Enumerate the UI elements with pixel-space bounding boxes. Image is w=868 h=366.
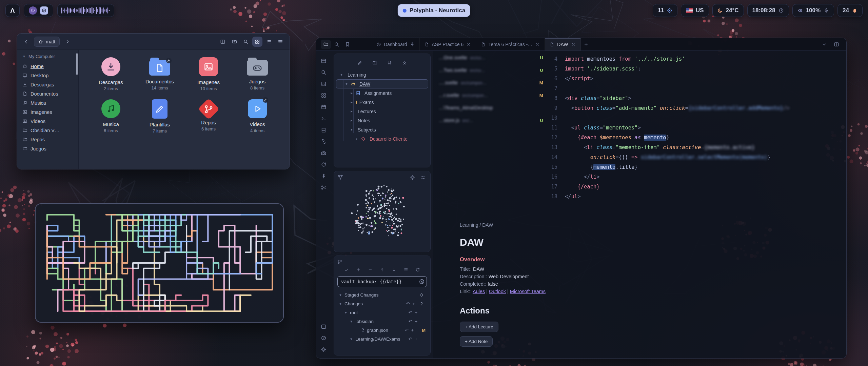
git-tree-row[interactable]: graph.json ↶ + M xyxy=(337,326,428,334)
file-tree-row[interactable]: ▸ Notes xyxy=(336,116,428,125)
forward-button[interactable] xyxy=(62,37,73,47)
changed-file-row[interactable]: …\Teams_Alma\Desktop xyxy=(439,105,543,110)
action-button[interactable]: + Add Note xyxy=(460,336,493,347)
canvas-icon[interactable] xyxy=(319,91,328,100)
code-editor[interactable]: 4import mementoes from '../../store.js'5… xyxy=(547,51,846,214)
weather-widget[interactable]: 24°C xyxy=(712,4,744,17)
note-link[interactable]: Microsoft Teams xyxy=(510,289,546,294)
clock-widget[interactable]: 18:08:28 xyxy=(747,4,789,17)
stage-icon[interactable]: + xyxy=(415,319,417,324)
changed-file-row[interactable]: …store.js src/… U xyxy=(439,118,543,123)
scissors-icon[interactable] xyxy=(319,183,328,192)
new-tab-button[interactable] xyxy=(581,38,592,50)
close-icon[interactable] xyxy=(535,42,540,47)
sidebar-item[interactable]: Imagenes xyxy=(19,107,76,117)
note-link[interactable]: Aules xyxy=(473,289,485,294)
graph-canvas[interactable] xyxy=(334,171,430,252)
push-icon[interactable] xyxy=(378,266,386,273)
graph-view-panel[interactable] xyxy=(334,171,431,252)
commit-icon[interactable] xyxy=(343,266,350,273)
note-link[interactable]: Outlook xyxy=(489,289,506,294)
action-button[interactable]: + Add Lecture xyxy=(460,322,498,332)
tab-daw[interactable]: DAW xyxy=(545,38,580,50)
new-note-icon[interactable] xyxy=(356,59,364,67)
discard-icon[interactable]: ↶ xyxy=(409,337,412,342)
discard-icon[interactable]: ↶ xyxy=(409,310,412,315)
sidebar-item[interactable]: Juegos xyxy=(19,144,76,153)
file-tree-row[interactable]: ▾ Learning xyxy=(336,70,428,79)
file-tree-row[interactable]: ▸ Lectures xyxy=(336,107,428,116)
tab-tema-6[interactable]: Tema 6 Prácticas -… xyxy=(476,38,545,50)
stage-icon[interactable]: + xyxy=(415,337,417,342)
sidebar-item[interactable]: Videos xyxy=(19,117,76,126)
daily-notes-icon[interactable] xyxy=(319,125,328,135)
settings-icon[interactable] xyxy=(319,345,328,354)
stage-icon[interactable]: + xyxy=(411,328,414,333)
vault-switcher-icon[interactable] xyxy=(319,322,328,331)
file-tree-row[interactable]: ▾ DAW xyxy=(336,79,428,88)
tab-list-icon[interactable] xyxy=(820,40,829,49)
terminal-icon[interactable] xyxy=(319,114,328,123)
changed-file-row[interactable]: ….svelte src/compon… M xyxy=(439,80,543,85)
sidebar-item[interactable]: Repos xyxy=(19,135,76,144)
volume-widget[interactable]: 100% xyxy=(792,4,834,17)
file-manager-titlebar[interactable]: matt xyxy=(17,34,290,50)
file-tree-row[interactable]: ▾ Subjects xyxy=(336,125,428,134)
changed-file-row[interactable]: …One.svelte src/co… U xyxy=(439,55,543,60)
file-tree-row[interactable]: ▸ ! Exams xyxy=(336,98,428,107)
discard-icon[interactable]: ↶ xyxy=(406,301,410,306)
folder-tile[interactable]: Documentos 14 items xyxy=(136,57,183,91)
folder-tile[interactable]: Plantillas 7 items xyxy=(136,99,183,134)
launcher-button[interactable]: Λ xyxy=(5,4,20,17)
changed-file-row[interactable]: …Two.svelte src/co… U xyxy=(439,67,543,73)
pin-icon[interactable] xyxy=(410,42,415,47)
notifications-widget[interactable]: 24 xyxy=(837,4,863,17)
split-icon[interactable] xyxy=(832,40,841,49)
stage-icon[interactable]: + xyxy=(412,301,415,306)
sidebar-section-header[interactable]: ▾ My Computer xyxy=(19,53,76,62)
sort-icon[interactable] xyxy=(386,59,394,67)
clear-commit-icon[interactable] xyxy=(419,279,425,285)
sidebar-item[interactable]: Documentos xyxy=(19,89,76,98)
close-icon[interactable] xyxy=(466,42,471,47)
search-tab-icon[interactable] xyxy=(332,40,342,49)
folder-tile[interactable]: Juegos 8 items xyxy=(234,57,281,91)
sidebar-item[interactable]: Musica xyxy=(19,98,76,107)
now-playing-widget[interactable]: Polyphia - Neurotica xyxy=(398,4,470,17)
scrollbar[interactable] xyxy=(76,53,78,75)
discard-icon[interactable]: ↶ xyxy=(409,319,412,324)
help-icon[interactable] xyxy=(319,333,328,343)
file-tree-row[interactable]: ▸ Desarrollo-Cliente xyxy=(336,134,428,143)
git-tree-row[interactable]: ▾ root ↶ + xyxy=(337,308,428,317)
keyboard-layout-widget[interactable]: US xyxy=(681,4,709,17)
note-link[interactable]: | xyxy=(485,289,489,294)
git-tree-row[interactable]: ▾ Changes ↶ + 2 xyxy=(337,299,428,308)
bookmarks-tab-icon[interactable] xyxy=(342,40,353,49)
breadcrumb[interactable]: matt xyxy=(34,37,60,47)
calendar-icon[interactable] xyxy=(319,102,328,111)
unstage-icon[interactable]: − xyxy=(415,292,418,298)
donate-icon[interactable] xyxy=(319,171,328,181)
sidebar-item[interactable]: Descargas xyxy=(19,80,76,89)
git-tree-row[interactable]: ▾ Learning/DAW/Exams ↶ + xyxy=(337,334,428,343)
search-icon[interactable] xyxy=(319,68,328,77)
sync-icon[interactable] xyxy=(319,160,328,169)
graph-filter-icon[interactable] xyxy=(418,173,428,182)
note-breadcrumb[interactable]: Learning / DAW xyxy=(460,222,833,228)
changed-files-icon[interactable] xyxy=(402,266,410,273)
pull-icon[interactable] xyxy=(390,266,398,273)
file-tree-row[interactable]: ▸ Assignments xyxy=(336,88,428,98)
power-icon[interactable] xyxy=(29,6,37,15)
refresh-icon[interactable] xyxy=(414,266,421,273)
sidebar-item[interactable]: Desktop xyxy=(19,71,76,80)
sidebar-item[interactable]: Home xyxy=(19,62,76,71)
unstage-all-icon[interactable] xyxy=(367,266,374,273)
new-folder-icon[interactable] xyxy=(371,59,379,67)
search-icon[interactable] xyxy=(241,37,251,47)
git-tree-row[interactable]: ▾ .obsidian ↶ + xyxy=(337,317,428,326)
stage-all-icon[interactable] xyxy=(355,266,362,273)
menu-icon[interactable] xyxy=(275,37,285,47)
unlink-icon[interactable] xyxy=(319,137,328,146)
sidebar-item[interactable]: Obsidian V… xyxy=(19,126,76,135)
notes-icon[interactable] xyxy=(40,6,48,15)
